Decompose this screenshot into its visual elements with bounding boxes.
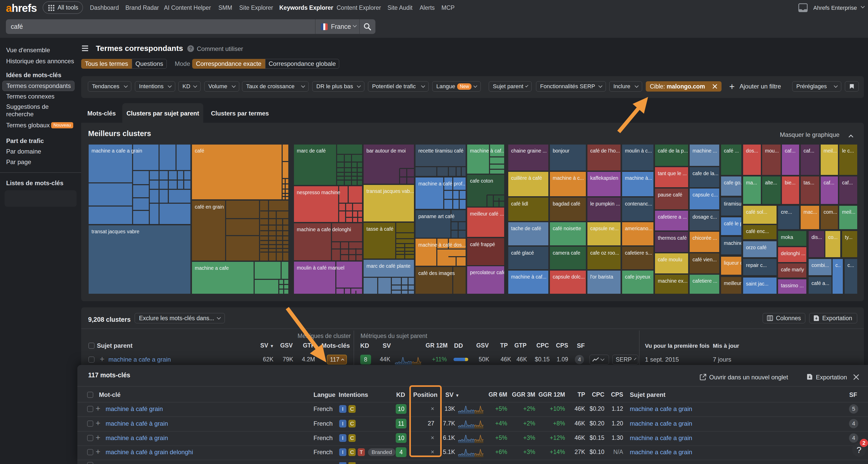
- svg-text:marc de café: marc de café: [297, 148, 326, 153]
- svg-text:café lidl: café lidl: [511, 201, 528, 206]
- svg-text:repair c...: repair c...: [746, 262, 767, 268]
- svg-text:americano...: americano...: [625, 226, 652, 231]
- svg-text:café enc...: café enc...: [746, 228, 769, 234]
- svg-text:machine a cafe delonghi: machine a cafe delonghi: [297, 227, 351, 232]
- svg-text:ty...: ty...: [845, 234, 852, 240]
- svg-text:moka: moka: [781, 234, 793, 240]
- svg-text:caf...: caf...: [785, 148, 796, 153]
- svg-text:café: café: [195, 148, 204, 153]
- svg-text:capsule dolc...: capsule dolc...: [553, 274, 585, 280]
- svg-text:cafe marly: cafe marly: [781, 267, 804, 272]
- svg-text:c..: c..: [835, 262, 841, 268]
- svg-text:contenanc...: contenanc...: [625, 201, 652, 206]
- svg-text:café de la p...: café de la p...: [658, 148, 688, 153]
- svg-text:le pumpkin ...: le pumpkin ...: [590, 201, 620, 206]
- svg-text:dos...: dos...: [746, 148, 758, 153]
- svg-text:com...: com...: [824, 209, 837, 215]
- svg-text:café des images: café des images: [418, 270, 455, 276]
- svg-text:moulin à café manuel: moulin à café manuel: [297, 265, 344, 270]
- svg-text:dis...: dis...: [811, 234, 822, 240]
- svg-text:machine à caf...: machine à caf...: [470, 148, 505, 153]
- svg-text:tas...: tas...: [804, 180, 814, 185]
- svg-text:capsule c...: capsule c...: [692, 192, 718, 198]
- svg-text:dosage c...: dosage c...: [692, 214, 717, 220]
- svg-text:alte...: alte...: [765, 180, 777, 185]
- svg-text:caf...: caf...: [804, 148, 814, 153]
- svg-text:kaffekapslen: kaffekapslen: [590, 175, 618, 181]
- svg-text:cafe joyeux: cafe joyeux: [625, 274, 650, 280]
- svg-text:café a...: café a...: [811, 280, 829, 286]
- svg-text:thermos café: thermos café: [658, 235, 687, 241]
- svg-text:café frappé: café frappé: [470, 241, 495, 247]
- svg-text:cafe de la...: cafe de la...: [692, 171, 718, 176]
- svg-text:caf...: caf...: [842, 180, 853, 185]
- svg-text:machine a cafe a grain: machine a cafe a grain: [91, 148, 142, 153]
- svg-text:mac...: mac...: [804, 209, 817, 215]
- svg-text:machine à c...: machine à c...: [553, 175, 584, 181]
- svg-text:café glacé: café glacé: [511, 250, 534, 256]
- svg-text:meil...: meil...: [824, 148, 837, 153]
- svg-text:meil...: meil...: [842, 209, 856, 215]
- svg-text:tasse à café: tasse à café: [366, 226, 394, 232]
- svg-text:machine a café prof...: machine a café prof...: [418, 181, 467, 186]
- svg-text:cafe go...: cafe go...: [724, 180, 744, 185]
- svg-text:c...: c...: [847, 262, 854, 268]
- svg-text:machine a cafe: machine a cafe: [195, 265, 229, 271]
- svg-text:café sol...: café sol...: [746, 209, 767, 215]
- svg-text:cuillère à café: cuillère à café: [511, 175, 542, 181]
- svg-text:machine ...: machine ...: [692, 148, 717, 153]
- svg-text:nespresso machine: nespresso machine: [297, 190, 340, 195]
- svg-text:bar autour de moi: bar autour de moi: [366, 148, 406, 153]
- svg-text:le c...: le c...: [842, 148, 854, 153]
- svg-text:bie...: bie...: [785, 180, 796, 185]
- svg-text:café noisette: café noisette: [553, 226, 581, 231]
- svg-text:percolateur café: percolateur café: [470, 269, 506, 275]
- svg-text:cafetiere a ...: cafetiere a ...: [658, 214, 687, 220]
- svg-text:mou...: mou...: [765, 148, 779, 153]
- svg-text:l'or barista: l'or barista: [590, 274, 613, 280]
- svg-text:café ...: café ...: [724, 148, 739, 153]
- svg-text:cafe moulu: cafe moulu: [658, 257, 682, 262]
- svg-text:ma...: ma...: [746, 180, 757, 185]
- svg-text:combi...: combi...: [811, 262, 829, 268]
- svg-text:cafetiere s...: cafetiere s...: [625, 250, 652, 256]
- svg-text:café vien...: café vien...: [692, 257, 717, 262]
- svg-text:paname art café: paname art café: [418, 213, 455, 219]
- svg-text:bagdad café: bagdad café: [553, 201, 580, 206]
- svg-text:machine à caf...: machine à caf...: [511, 274, 547, 280]
- svg-text:cafe coton: cafe coton: [470, 178, 493, 184]
- svg-text:meilleur café ...: meilleur café ...: [470, 211, 504, 216]
- svg-text:bonjour: bonjour: [553, 148, 570, 153]
- svg-text:café de l'ho...: café de l'ho...: [590, 148, 620, 153]
- svg-text:delonghi ...: delonghi ...: [781, 251, 805, 256]
- svg-text:saint jac...: saint jac...: [746, 281, 769, 287]
- svg-text:moulin à c...: moulin à c...: [625, 148, 652, 153]
- svg-text:co...: co...: [828, 234, 838, 240]
- svg-text:cafe oz roo...: cafe oz roo...: [590, 250, 619, 256]
- svg-text:camera cafe: camera cafe: [553, 250, 580, 256]
- svg-text:tache de café: tache de café: [511, 226, 541, 231]
- svg-text:recette tiramisu café: recette tiramisu café: [418, 148, 464, 153]
- svg-text:café en grain: café en grain: [195, 204, 224, 210]
- svg-text:capsule ne...: capsule ne...: [590, 226, 619, 231]
- svg-text:chicorée ...: chicorée ...: [692, 235, 717, 241]
- svg-text:tassimo ...: tassimo ...: [781, 283, 804, 288]
- svg-text:marc de café plante: marc de café plante: [366, 263, 410, 269]
- svg-text:cafetiere ...: cafetiere ...: [692, 278, 717, 284]
- svg-text:machine à...: machine à...: [625, 175, 652, 181]
- svg-text:chaine graine ...: chaine graine ...: [511, 148, 547, 153]
- svg-text:machine ex...: machine ex...: [658, 278, 688, 284]
- svg-text:machine à café dos...: machine à café dos...: [418, 242, 466, 248]
- svg-text:tant que le ...: tant que le ...: [658, 171, 687, 176]
- svg-text:orzo café: orzo café: [746, 244, 767, 250]
- svg-text:pause café: pause café: [658, 192, 682, 198]
- svg-text:cre...: cre...: [781, 209, 792, 215]
- svg-text:transat jacques vab...: transat jacques vab...: [366, 188, 414, 194]
- svg-text:transat jacques vabre: transat jacques vabre: [91, 229, 139, 234]
- svg-text:caf...: caf...: [824, 180, 834, 185]
